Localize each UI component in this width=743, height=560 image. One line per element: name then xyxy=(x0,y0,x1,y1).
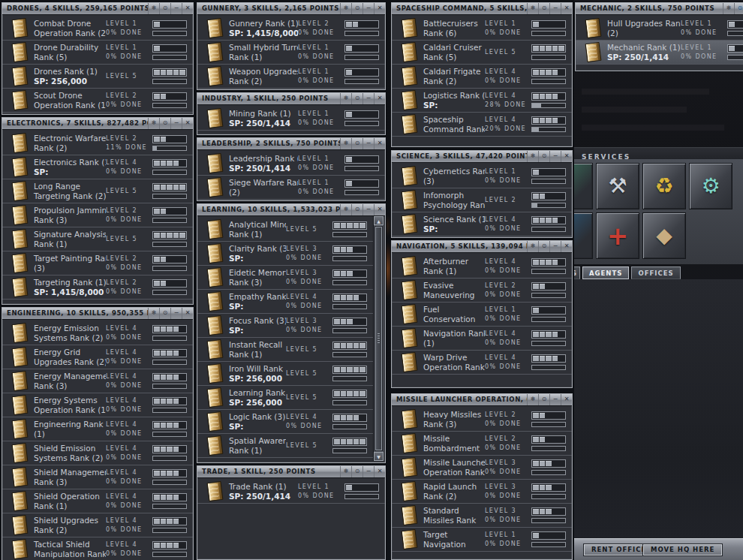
window-header[interactable]: MISSILE LAUNCHER OPERATION, 6 S❄⊙−✕ xyxy=(392,394,572,406)
minimize-icon[interactable]: − xyxy=(170,3,182,14)
close-icon[interactable]: ✕ xyxy=(182,3,193,14)
skill-row[interactable]: Engineering Rank(1)LEVEL 40% DONE xyxy=(2,417,193,441)
skill-row[interactable]: Target Painting Rank(3)LEVEL 20% DONE xyxy=(2,251,193,275)
close-icon[interactable]: ✕ xyxy=(561,3,572,14)
radial-menu-icon[interactable]: ⊙ xyxy=(538,241,549,252)
window-header[interactable]: DRONES, 4 SKILLS, 259,165 POINTS❄⊙−✕ xyxy=(2,3,193,15)
radial-menu-icon[interactable]: ⊙ xyxy=(351,3,362,14)
window-header[interactable]: SPACESHIP COMMAND, 5 SKILLS, 2,09❄⊙−✕ xyxy=(392,3,572,15)
skill-row[interactable]: InfomorphPsychology RankLEVEL 2 xyxy=(392,188,572,212)
minimize-icon[interactable]: − xyxy=(549,151,561,162)
skill-row[interactable]: Navigation Rank(1)LEVEL 40% DONE xyxy=(392,327,572,351)
scroll-up-icon[interactable]: ▲ xyxy=(374,216,384,225)
skill-row[interactable]: Caldari FrigateRank (2)LEVEL 40% DONE xyxy=(392,65,572,89)
close-icon[interactable]: ✕ xyxy=(182,308,193,319)
tab-agents[interactable]: AGENTS xyxy=(582,266,629,279)
skill-row[interactable]: Small Hybrid TurretRank (1)LEVEL 10% DON… xyxy=(197,41,385,65)
pin-icon[interactable]: ❄ xyxy=(340,138,351,149)
skill-row[interactable]: Energy ManagementRank (3)LEVEL 40% DONE xyxy=(2,369,193,393)
minimize-icon[interactable]: − xyxy=(170,118,182,129)
pin-icon[interactable]: ❄ xyxy=(723,3,734,14)
skill-row[interactable]: Focus Rank (3)SP:LEVEL 30% DONE xyxy=(197,314,373,338)
window-header[interactable]: NAVIGATION, 5 SKILLS, 139,094 PO❄⊙−✕ xyxy=(392,241,572,253)
minimize-icon[interactable]: − xyxy=(549,241,561,252)
minimize-icon[interactable]: − xyxy=(362,204,374,215)
skill-row[interactable]: Trade Rank (1)SP: 250/1,414LEVEL 10% DON… xyxy=(197,480,385,504)
pin-icon[interactable]: ❄ xyxy=(340,93,351,104)
skill-row[interactable]: Scout DroneOperation Rank (1)LEVEL 20% D… xyxy=(2,89,193,113)
radial-menu-icon[interactable]: ⊙ xyxy=(351,204,362,215)
close-icon[interactable]: ✕ xyxy=(374,466,385,477)
skill-row[interactable]: Eidetic MemoryRank (3)LEVEL 30% DONE xyxy=(197,266,373,290)
skill-row[interactable]: Targeting Rank (1)SP: 1,415/8,000LEVEL 2… xyxy=(2,275,193,300)
skill-row[interactable]: Shield OperationRank (1)LEVEL 40% DONE xyxy=(2,489,193,513)
skill-row[interactable]: Warp DriveOperation RankLEVEL 40% DONE xyxy=(392,351,572,375)
skill-row[interactable]: AfterburnerRank (1)LEVEL 40% DONE xyxy=(392,254,572,278)
pin-icon[interactable]: ❄ xyxy=(340,3,351,14)
skill-row[interactable]: Shield ManagementRank (3)LEVEL 40% DONE xyxy=(2,465,193,489)
window-header[interactable]: INDUSTRY, 1 SKILL, 250 POINTS❄⊙−✕ xyxy=(197,93,385,105)
skill-row[interactable]: Heavy MissilesRank (3)LEVEL 20% DONE xyxy=(392,408,572,432)
skill-row[interactable]: Mechanic Rank (1)SP: 250/1,414LEVEL 10% … xyxy=(576,41,743,65)
window-header[interactable]: GUNNERY, 3 SKILLS, 2,165 POINTS❄⊙−✕ xyxy=(197,3,385,15)
skill-row[interactable]: Logic Rank (3)SP:LEVEL 40% DONE xyxy=(197,410,373,434)
minimize-icon[interactable]: − xyxy=(549,3,561,14)
pin-icon[interactable]: ❄ xyxy=(527,394,538,405)
skill-row[interactable]: FuelConservationLEVEL 10% DONE xyxy=(392,303,572,327)
skill-row[interactable]: Iron Will Rank (1)SP: 256,000LEVEL 5 xyxy=(197,362,373,386)
window-header[interactable]: ELECTRONICS, 7 SKILLS, 827,482 POINT❄⊙−✕ xyxy=(2,118,193,130)
skill-row[interactable]: Weapon UpgradesRank (2)LEVEL 10% DONE xyxy=(197,65,385,89)
skill-row[interactable]: Instant RecallRank (1)LEVEL 5 xyxy=(197,338,373,362)
service-partial-left-top-icon[interactable] xyxy=(574,163,593,209)
move-hq-button[interactable]: MOVE HQ HERE xyxy=(643,544,722,555)
close-icon[interactable]: ✕ xyxy=(374,204,385,215)
skill-row[interactable]: Energy SystemsOperation Rank (1)LEVEL 40… xyxy=(2,393,193,417)
scrollbar-track[interactable] xyxy=(374,225,384,452)
skill-row[interactable]: Logistics Rank (6)SP:LEVEL 428% DONE xyxy=(392,89,572,113)
minimize-icon[interactable]: − xyxy=(549,394,561,405)
pin-icon[interactable]: ❄ xyxy=(148,308,159,319)
skill-row[interactable]: Hull Upgrades Rank(2)LEVEL 10% DONE xyxy=(576,17,743,41)
close-icon[interactable]: ✕ xyxy=(182,118,193,129)
radial-menu-icon[interactable]: ⊙ xyxy=(351,138,362,149)
skill-row[interactable]: Clarity Rank (3)SP:LEVEL 30% DONE xyxy=(197,242,373,266)
pin-icon[interactable]: ❄ xyxy=(340,466,351,477)
close-icon[interactable]: ✕ xyxy=(374,93,385,104)
skill-row[interactable]: BattlecruisersRank (6)LEVEL 10% DONE xyxy=(392,17,572,41)
skill-row[interactable]: Propulsion JammingRank (3)LEVEL 20% DONE xyxy=(2,203,193,227)
radial-menu-icon[interactable]: ⊙ xyxy=(538,151,549,162)
skill-row[interactable]: Tactical ShieldManipulation RankLEVEL 40… xyxy=(2,537,193,560)
skill-row[interactable]: Caldari CruiserRank (5)LEVEL 5 xyxy=(392,41,572,65)
skill-row[interactable]: Drones Rank (1)SP: 256,000LEVEL 5 xyxy=(2,65,193,89)
skill-row[interactable]: Analytical MindRank (1)LEVEL 5 xyxy=(197,218,373,242)
skill-row[interactable]: TargetNavigationLEVEL 10% DONE xyxy=(392,528,572,552)
skill-row[interactable]: Electronics Rank (1)SP:LEVEL 40% DONE xyxy=(2,155,193,179)
minimize-icon[interactable]: − xyxy=(362,466,374,477)
radial-menu-icon[interactable]: ⊙ xyxy=(538,394,549,405)
skill-row[interactable]: Gunnery Rank (1)SP: 1,415/8,000LEVEL 20%… xyxy=(197,17,385,41)
medical-clone-bay-icon[interactable]: + xyxy=(596,212,639,259)
skill-row[interactable]: Empathy Rank (1)SP:LEVEL 40% DONE xyxy=(197,290,373,314)
pin-icon[interactable]: ❄ xyxy=(148,3,159,14)
skill-row[interactable]: Energy EmissionSystems Rank (2)LEVEL 40%… xyxy=(2,321,193,345)
skill-row[interactable]: Shield UpgradesRank (2)LEVEL 40% DONE xyxy=(2,513,193,537)
skill-row[interactable]: Signature AnalysisRank (1)LEVEL 5 xyxy=(2,227,193,251)
skill-row[interactable]: EvasiveManeuveringLEVEL 20% DONE xyxy=(392,278,572,303)
skill-row[interactable]: Mining Rank (1)SP: 250/1,414LEVEL 10% DO… xyxy=(197,107,385,131)
minimize-icon[interactable]: − xyxy=(362,3,374,14)
tab-offices[interactable]: OFFICES xyxy=(631,266,680,279)
scrollbar[interactable]: ▲ ▼ xyxy=(373,216,384,461)
skill-row[interactable]: MissileBombardmentLEVEL 20% DONE xyxy=(392,432,572,456)
skill-row[interactable]: Electronic WarfareRank (2)LEVEL 211% DON… xyxy=(2,131,193,155)
skill-row[interactable]: Science Rank (1)SP:LEVEL 40% DONE xyxy=(392,212,572,236)
skill-row[interactable]: Siege Warfare Rank(2)LEVEL 10% DONE xyxy=(197,176,385,200)
radial-menu-icon[interactable]: ⊙ xyxy=(538,3,549,14)
service-partial-left-bottom-icon[interactable] xyxy=(574,212,593,259)
skill-row[interactable]: Leadership Rank (1)SP: 250/1,414LEVEL 10… xyxy=(197,152,385,176)
window-header[interactable]: ENGINEERING, 10 SKILLS, 950,355 POIN❄⊙−✕ xyxy=(2,308,193,320)
skill-row[interactable]: Combat DroneOperation Rank (2)LEVEL 10% … xyxy=(2,17,193,41)
minimize-icon[interactable]: − xyxy=(170,308,182,319)
minimize-icon[interactable]: − xyxy=(362,138,374,149)
pin-icon[interactable]: ❄ xyxy=(340,204,351,215)
pin-icon[interactable]: ❄ xyxy=(527,241,538,252)
